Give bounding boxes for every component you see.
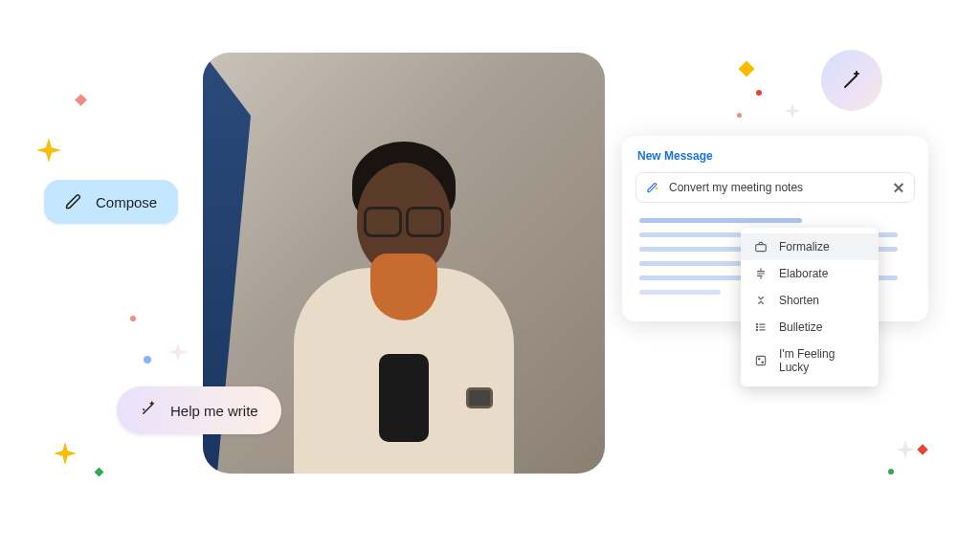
compose-label: Compose — [96, 194, 157, 210]
menu-item-elaborate[interactable]: Elaborate — [741, 260, 879, 287]
prompt-input[interactable]: Convert my meeting notes — [635, 172, 915, 203]
svg-point-2 — [756, 326, 757, 327]
menu-item-label: I'm Feeling Lucky — [779, 347, 865, 374]
diamond-icon — [739, 61, 755, 77]
pen-sparkle-icon — [646, 181, 659, 194]
menu-item-formalize[interactable]: Formalize — [741, 233, 879, 260]
sparkle-icon — [36, 138, 61, 163]
sparkle-icon — [168, 342, 188, 362]
menu-item-label: Elaborate — [779, 267, 828, 280]
compose-button[interactable]: Compose — [44, 180, 178, 224]
menu-item-bulletize[interactable]: Bulletize — [741, 314, 879, 341]
dice-icon — [754, 354, 768, 367]
dot-icon — [888, 469, 894, 474]
pencil-icon — [65, 193, 82, 210]
dot-icon — [144, 356, 151, 364]
menu-item-feeling-lucky[interactable]: I'm Feeling Lucky — [741, 341, 879, 381]
svg-point-3 — [756, 329, 757, 330]
svg-point-1 — [756, 324, 757, 325]
briefcase-icon — [754, 240, 768, 253]
menu-item-shorten[interactable]: Shorten — [741, 287, 879, 314]
svg-point-5 — [758, 358, 760, 360]
dot-icon — [130, 316, 136, 321]
dot-icon — [737, 113, 742, 118]
close-icon[interactable] — [893, 182, 904, 193]
sparkle-icon — [785, 103, 800, 119]
diamond-icon — [75, 94, 87, 106]
text-expand-icon — [754, 267, 768, 280]
diamond-icon — [917, 444, 927, 454]
menu-item-label: Shorten — [779, 294, 819, 307]
menu-item-label: Bulletize — [779, 320, 822, 334]
svg-rect-4 — [756, 356, 765, 364]
svg-point-6 — [762, 362, 764, 364]
refine-dropdown: Formalize Elaborate Shorten — [741, 228, 879, 386]
collapse-icon — [754, 294, 768, 307]
help-me-write-button[interactable]: Help me write — [117, 386, 281, 434]
sparkle-icon — [54, 442, 77, 465]
sparkle-icon — [896, 440, 915, 459]
svg-rect-0 — [756, 245, 767, 252]
wand-icon — [140, 400, 157, 421]
card-title: New Message — [622, 136, 928, 172]
prompt-text: Convert my meeting notes — [669, 181, 883, 194]
diamond-icon — [95, 468, 104, 477]
dot-icon — [756, 90, 762, 96]
list-icon — [754, 320, 768, 334]
help-me-write-label: Help me write — [170, 403, 258, 419]
menu-item-label: Formalize — [779, 240, 830, 253]
magic-wand-badge — [821, 50, 882, 111]
